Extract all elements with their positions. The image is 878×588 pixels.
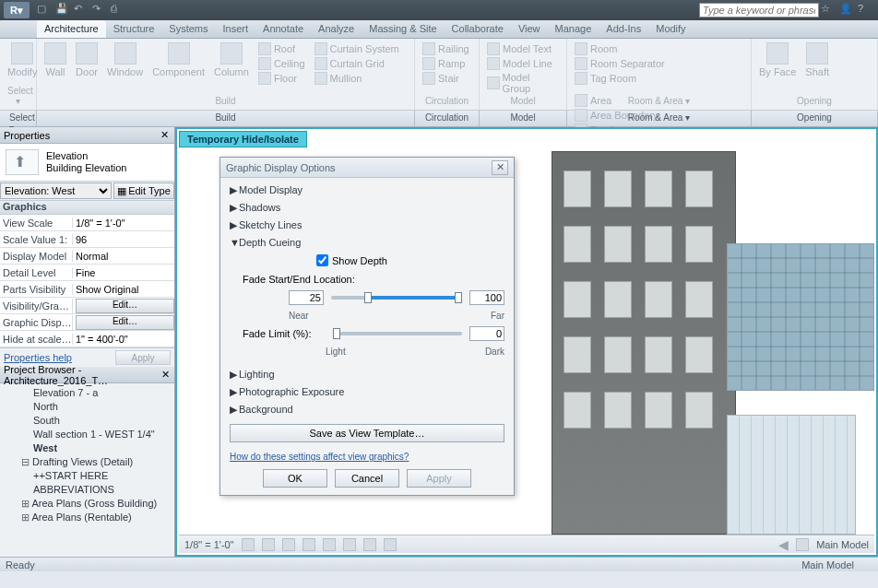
instance-selector[interactable]: Elevation: West	[0, 182, 112, 199]
type-selector[interactable]: Elevation Building Elevation	[0, 144, 174, 182]
component-tool[interactable]: Component	[152, 42, 205, 77]
tab-addins[interactable]: Add-Ins	[599, 20, 648, 38]
sun-path-icon[interactable]	[282, 538, 295, 551]
app-menu-button[interactable]: R▾	[4, 2, 30, 18]
fade-start-input[interactable]	[289, 290, 324, 305]
section-model-display[interactable]: ▶Model Display	[230, 182, 504, 199]
property-value[interactable]: 96	[72, 234, 174, 245]
property-row[interactable]: Hide at scales …1" = 400'-0"	[0, 331, 174, 347]
undo-icon[interactable]: ↶	[74, 3, 89, 18]
graphics-header[interactable]: Graphics	[0, 200, 174, 215]
tab-manage[interactable]: Manage	[548, 20, 599, 38]
door-tool[interactable]: Door	[76, 42, 98, 77]
tree-node[interactable]: ++START HERE	[6, 469, 169, 483]
ramp-tool[interactable]: Ramp	[422, 57, 465, 70]
wall-tool[interactable]: Wall	[44, 42, 66, 77]
tab-collaborate[interactable]: Collaborate	[445, 20, 511, 38]
tree-node[interactable]: South	[6, 414, 169, 428]
section-photographic-exposure[interactable]: ▶Photographic Exposure	[230, 383, 504, 401]
select-panel-label[interactable]: Select ▾	[7, 86, 29, 106]
user-icon[interactable]: 👤	[839, 3, 854, 18]
shadows-icon[interactable]	[303, 538, 315, 551]
tab-architecture[interactable]: Architecture	[37, 20, 106, 38]
save-as-view-template-button[interactable]: Save as View Template…	[230, 424, 504, 442]
view-tab-label[interactable]: Main Model	[816, 539, 869, 550]
tab-systems[interactable]: Systems	[161, 20, 215, 38]
subscription-icon[interactable]: ☆	[821, 3, 836, 18]
room-sep-tool[interactable]: Room Separator	[575, 57, 665, 70]
fade-limit-input[interactable]	[469, 326, 504, 341]
save-icon[interactable]: 💾	[55, 3, 70, 18]
model-text-tool[interactable]: Model Text	[487, 42, 552, 55]
floor-tool[interactable]: Floor	[258, 72, 305, 85]
expander-icon[interactable]: ⊞	[20, 497, 30, 511]
property-edit-button[interactable]: Edit…	[76, 299, 174, 313]
room-panel-label[interactable]: Room & Area ▾	[575, 96, 743, 106]
help-icon[interactable]: ?	[858, 3, 872, 18]
properties-close-icon[interactable]: ✕	[158, 129, 171, 142]
search-input[interactable]	[699, 3, 819, 18]
column-tool[interactable]: Column	[214, 42, 249, 77]
tab-insert[interactable]: Insert	[216, 20, 256, 38]
section-background[interactable]: ▶Background	[230, 401, 504, 418]
redo-icon[interactable]: ↷	[92, 3, 107, 18]
crop-region-icon[interactable]	[343, 538, 356, 551]
properties-help-link[interactable]: Properties help	[4, 352, 72, 363]
property-value[interactable]: 1/8" = 1'-0"	[72, 218, 174, 229]
property-value[interactable]: Show Original	[72, 284, 174, 295]
tab-analyze[interactable]: Analyze	[311, 20, 362, 38]
open-icon[interactable]: ▢	[37, 3, 52, 18]
property-value[interactable]: 1" = 400'-0"	[72, 334, 174, 345]
cancel-button[interactable]: Cancel	[335, 469, 399, 488]
ceiling-tool[interactable]: Ceiling	[258, 57, 305, 70]
tree-node[interactable]: ABBREVIATIONS	[6, 483, 169, 497]
hide-isolate-icon[interactable]	[363, 538, 376, 551]
mullion-tool[interactable]: Mullion	[314, 72, 399, 85]
fade-limit-slider[interactable]	[333, 332, 462, 335]
tree-node[interactable]: ⊞ Area Plans (Gross Building)	[6, 497, 169, 511]
stair-tool[interactable]: Stair	[422, 72, 459, 85]
print-icon[interactable]: ⎙	[111, 3, 125, 18]
status-main-model[interactable]: Main Model	[801, 559, 854, 570]
tab-view[interactable]: View	[511, 20, 548, 38]
tree-node[interactable]: West	[6, 441, 169, 455]
tab-massing[interactable]: Massing & Site	[362, 20, 444, 38]
tree-node[interactable]: North	[6, 400, 169, 414]
curtain-grid-tool[interactable]: Curtain Grid	[314, 57, 399, 70]
dialog-titlebar[interactable]: Graphic Display Options ✕	[220, 158, 514, 178]
tree-node[interactable]: ⊞ Area Plans (Rentable)	[6, 511, 169, 524]
tab-modify[interactable]: Modify	[648, 20, 693, 38]
temporary-hide-isolate-banner[interactable]: Temporary Hide/Isolate	[179, 131, 307, 147]
fade-location-slider[interactable]	[331, 296, 462, 300]
expander-icon[interactable]: ⊞	[20, 511, 30, 524]
property-edit-button[interactable]: Edit…	[76, 315, 174, 330]
property-value[interactable]: Fine	[72, 267, 174, 278]
property-row[interactable]: Graphic Displa…Edit…	[0, 314, 174, 331]
dialog-close-button[interactable]: ✕	[492, 160, 508, 175]
property-row[interactable]: View Scale1/8" = 1'-0"	[0, 215, 174, 231]
tab-annotate[interactable]: Annotate	[255, 20, 311, 38]
property-row[interactable]: Detail LevelFine	[0, 265, 174, 281]
window-tool[interactable]: Window	[107, 42, 143, 77]
area-boundary-tool[interactable]: Area Boundary	[575, 109, 658, 122]
property-row[interactable]: Display ModelNormal	[0, 248, 174, 265]
ok-button[interactable]: OK	[263, 469, 327, 488]
roof-tool[interactable]: Roof	[258, 42, 305, 55]
modify-tool[interactable]: Modify	[7, 42, 37, 77]
railing-tool[interactable]: Railing	[422, 42, 469, 55]
tree-node[interactable]: Wall section 1 - WEST 1/4"	[6, 428, 169, 441]
property-row[interactable]: Visibility/Graph…Edit…	[0, 298, 174, 314]
tree-node[interactable]: Elevation 7 - a	[6, 386, 169, 400]
show-depth-checkbox[interactable]	[316, 254, 328, 266]
scroll-left-icon[interactable]: ◀	[778, 537, 789, 552]
section-lighting[interactable]: ▶Lighting	[230, 366, 504, 383]
property-row[interactable]: Scale Value 1:96	[0, 231, 174, 248]
room-tool[interactable]: Room	[575, 42, 665, 55]
reveal-hidden-icon[interactable]	[384, 538, 397, 551]
tree-node[interactable]: ⊟ Drafting Views (Detail)	[6, 455, 169, 469]
select-drop[interactable]: Select ▾	[0, 111, 37, 126]
model-group-tool[interactable]: Model Group	[487, 72, 559, 94]
scale-readout[interactable]: 1/8" = 1'-0"	[184, 539, 234, 550]
tab-structure[interactable]: Structure	[106, 20, 162, 38]
curtain-system-tool[interactable]: Curtain System	[314, 42, 399, 55]
